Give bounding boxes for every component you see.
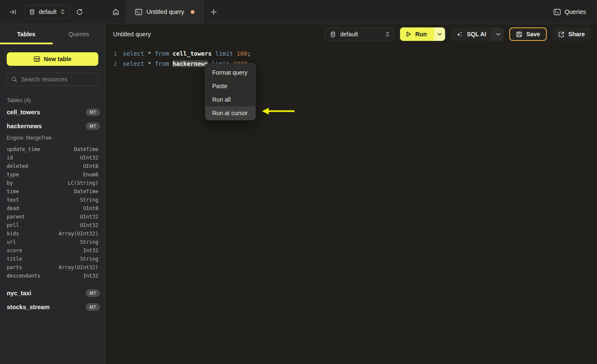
code-token [144, 50, 148, 57]
run-split-button: Run [400, 27, 445, 41]
code-line: 1select * from cell_towers limit 100; [113, 49, 597, 59]
column-name: id [7, 155, 13, 161]
sidebar-tabs: Tables Queries [0, 24, 105, 44]
new-table-label: New table [44, 56, 71, 62]
context-menu-item[interactable]: Format query [205, 66, 255, 79]
column-name: descendants [7, 273, 40, 279]
sparkles-icon [457, 31, 463, 38]
editor-header: Untitled query default [105, 24, 597, 44]
context-menu-item[interactable]: Run at cursor [205, 106, 255, 120]
sidebar: Tables Queries New table [0, 24, 105, 364]
save-button[interactable]: Save [509, 27, 547, 41]
column-name: deleted [7, 163, 28, 169]
code-token [151, 60, 154, 67]
table-engine-label: Engine: MergeTree [7, 135, 105, 141]
editor-context-menu: Format queryPasteRun allRun at cursor [205, 63, 256, 120]
selected-token: hackernews [173, 60, 208, 67]
plus-icon [211, 9, 217, 15]
home-icon [112, 8, 119, 16]
context-menu-item[interactable]: Paste [205, 79, 255, 93]
terminal-icon [135, 9, 142, 15]
play-icon [406, 31, 411, 37]
column-row: idUInt32 [7, 154, 105, 162]
table-row[interactable]: nyc_taxiMT [7, 286, 105, 300]
column-row: descendantsInt32 [7, 272, 105, 280]
sql-code-area[interactable]: 1select * from cell_towers limit 100;2se… [105, 44, 597, 69]
column-type: String [80, 256, 98, 262]
column-name: url [7, 239, 16, 245]
refresh-icon [76, 8, 83, 16]
code-token: select [123, 50, 144, 57]
top-bar-right: Queries [554, 0, 597, 24]
sql-ai-options-button[interactable] [492, 27, 504, 41]
code-line: 2select * from hackernews limit 1000 [113, 59, 597, 69]
run-button[interactable]: Run [400, 27, 434, 41]
column-row: deletedUInt8 [7, 162, 105, 170]
tab-strip: Untitled query [105, 0, 554, 24]
refresh-button[interactable] [76, 8, 83, 16]
search-input[interactable] [21, 76, 97, 83]
new-tab-button[interactable] [204, 0, 223, 24]
run-options-button[interactable] [434, 27, 445, 41]
column-name: type [7, 172, 19, 178]
chevron-up-down-icon [60, 9, 65, 15]
code-token [169, 50, 173, 57]
column-type: Array(UInt32) [59, 264, 98, 270]
editor-toolbar: default [324, 27, 591, 41]
share-button[interactable]: Share [552, 27, 591, 41]
sidebar-body: New table [0, 44, 105, 86]
sql-ai-button[interactable]: SQL AI [451, 27, 492, 41]
toolbar-database-selector[interactable]: default [324, 27, 394, 41]
column-name: score [7, 248, 22, 253]
app-window: default [0, 0, 597, 364]
database-icon [29, 9, 35, 15]
queries-button-label: Queries [565, 8, 586, 15]
unsaved-changes-dot [191, 10, 194, 14]
column-type: UInt8 [83, 205, 98, 211]
chevron-down-icon [438, 33, 442, 36]
column-name: kids [7, 231, 19, 237]
sidebar-tab-tables-label: Tables [17, 31, 35, 38]
column-name: poll [7, 222, 19, 228]
top-bar: default [0, 0, 597, 24]
column-row: timeDateTime [7, 187, 105, 196]
column-type: String [80, 239, 98, 245]
home-button[interactable] [105, 0, 126, 24]
code-token: select [123, 60, 144, 67]
column-type: UInt8 [83, 163, 98, 169]
sql-ai-split-button: SQL AI [451, 27, 504, 41]
column-row: pollUInt32 [7, 221, 105, 229]
table-row[interactable]: stocks_streamMT [7, 300, 105, 314]
search-box [7, 73, 98, 86]
annotation-arrow [261, 106, 296, 116]
column-type: UInt32 [80, 155, 98, 161]
search-icon [11, 76, 17, 82]
table-name: nyc_taxi [7, 290, 31, 297]
table-engine-badge: MT [86, 122, 100, 130]
table-list: cell_towersMThackernewsMTEngine: MergeTr… [0, 105, 105, 314]
table-row[interactable]: cell_towersMT [7, 105, 105, 119]
sidebar-tab-queries[interactable]: Queries [53, 24, 105, 44]
queries-button[interactable]: Queries [554, 8, 586, 15]
new-table-button[interactable]: New table [7, 52, 98, 66]
column-name: update_time [7, 146, 40, 152]
column-name: time [7, 189, 19, 194]
column-name: title [7, 256, 22, 262]
table-row[interactable]: hackernewsMT [7, 119, 105, 133]
context-menu-item[interactable]: Run all [205, 93, 255, 106]
query-editor: Untitled query default [105, 24, 597, 364]
column-row: typeEnum8 [7, 170, 105, 179]
code-token: ; [247, 50, 251, 57]
tab-untitled-query[interactable]: Untitled query [126, 0, 204, 24]
line-number: 1 [113, 51, 117, 57]
column-name: dead [7, 205, 19, 211]
collapse-sidebar-button[interactable] [9, 8, 16, 16]
column-type: Array(UInt32) [59, 231, 98, 237]
database-selector[interactable]: default [24, 5, 70, 19]
chevron-down-icon [496, 33, 500, 36]
code-token [233, 50, 236, 57]
sidebar-tab-tables[interactable]: Tables [0, 24, 53, 44]
database-selector-value: default [39, 8, 57, 15]
table-name: stocks_stream [7, 304, 50, 310]
column-name: parts [7, 264, 22, 270]
